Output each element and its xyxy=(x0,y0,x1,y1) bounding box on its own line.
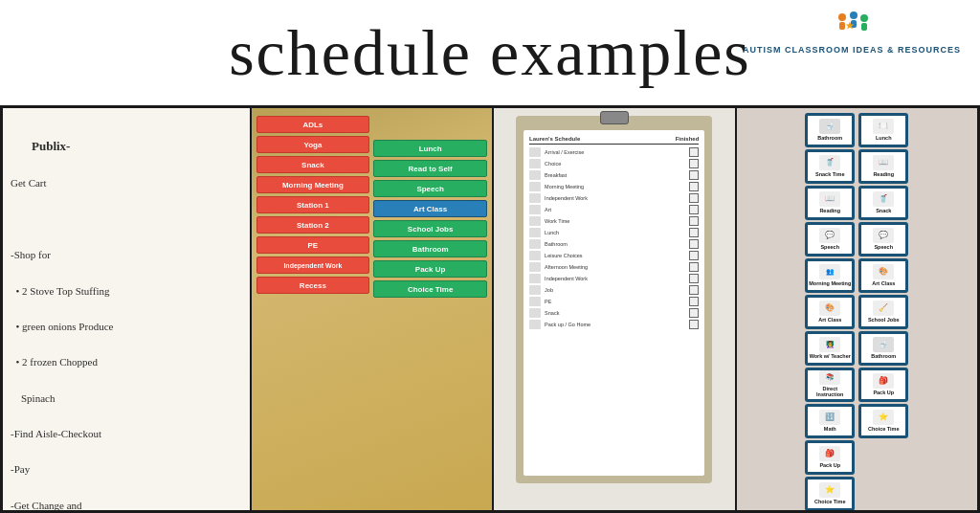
clipboard-clip xyxy=(600,111,629,124)
card-snack: Snack xyxy=(256,156,370,173)
strip1-label-bathroom: Bathroom xyxy=(816,134,843,143)
schedule-row-13: Job xyxy=(529,285,699,295)
svg-point-4 xyxy=(860,14,868,22)
strip2-bathroom: 🚽 Bathroom xyxy=(858,331,908,366)
clipboard-paper: Lauren's Schedule Finished Arrival / Exe… xyxy=(523,130,704,476)
schedule-row-16: Pack up / Go Home xyxy=(529,320,699,329)
schedule-row-1: Arrival / Exercise xyxy=(529,147,699,157)
card-morning: Morning Meeting xyxy=(256,176,370,193)
row-check-10 xyxy=(689,251,699,260)
handwritten-list: Publix- Get Cart -Shop for • 2 Stove Top… xyxy=(11,118,242,510)
row-text-1: Arrival / Exercise xyxy=(545,149,685,155)
row-icon-9 xyxy=(529,239,541,249)
card-packup: Pack Up xyxy=(373,260,487,278)
logo-text: AUTISM CLASSROOM IDEAS & RESOURCES xyxy=(743,45,961,56)
row-check-16 xyxy=(689,320,699,329)
strip2-label-artclass: Art Class xyxy=(871,279,896,288)
row-text-8: Lunch xyxy=(545,230,685,235)
schedule-row-2: Choice xyxy=(529,159,699,168)
strip1-label-reading: Reading xyxy=(818,207,841,215)
row-check-12 xyxy=(689,274,699,283)
row-icon-8 xyxy=(529,228,541,237)
row-check-1 xyxy=(689,147,699,157)
card-yoga: Yoga xyxy=(256,136,370,153)
card-recess: Recess xyxy=(256,277,370,294)
card-bathroom: Bathroom xyxy=(373,240,487,257)
row-icon-11 xyxy=(529,262,541,272)
row-check-11 xyxy=(689,262,699,272)
row-check-3 xyxy=(689,170,699,180)
card-read: Read to Self xyxy=(373,160,487,177)
strip1-label-speech: Speech xyxy=(819,243,840,252)
panel1-handwritten: Publix- Get Cart -Shop for • 2 Stove Top… xyxy=(3,108,252,510)
row-icon-16 xyxy=(529,320,541,329)
strip2-label-schooljobs: School Jobs xyxy=(867,316,901,324)
strip-2: 🍽️ Lunch 📖 Reading 🥤 Snack xyxy=(858,113,908,438)
card-indep: Independent Work xyxy=(256,256,370,274)
svg-point-0 xyxy=(838,13,846,21)
strip1-directinstr: 📚 Direct Instruction xyxy=(805,368,855,402)
strip2-choicetime: ⭐ Choice Time xyxy=(858,404,908,438)
strip2-snack: 🥤 Snack xyxy=(858,186,908,220)
row-icon-2 xyxy=(529,159,541,168)
row-check-4 xyxy=(689,182,699,191)
strip2-artclass: 🎨 Art Class xyxy=(858,258,908,293)
row-check-8 xyxy=(689,228,699,237)
strip1-workteacher: 👩‍🏫 Work w/ Teacher xyxy=(805,331,855,366)
strip2-lunch: 🍽️ Lunch xyxy=(858,113,908,147)
strip1-reading: 📖 Reading xyxy=(805,186,855,220)
strip1-label-artclass: Art Class xyxy=(817,316,842,324)
strip1-label-morning: Morning Meeting xyxy=(808,279,852,288)
schedule-header-row: Lauren's Schedule Finished xyxy=(529,136,699,145)
images-row: Publix- Get Cart -Shop for • 2 Stove Top… xyxy=(0,105,980,513)
clipboard: Lauren's Schedule Finished Arrival / Exe… xyxy=(516,116,712,483)
header: schedule examples AUTISM CLASSROOM IDEAS… xyxy=(0,0,980,105)
row-text-9: Bathroom xyxy=(545,241,685,247)
strip1-snacktime: 🥤 Snack Time xyxy=(805,149,855,184)
card-schooljobs: School Jobs xyxy=(373,220,487,237)
strip2-label-speech: Speech xyxy=(873,243,894,252)
card-pe: PE xyxy=(256,236,370,254)
schedule-row-6: Art xyxy=(529,205,699,214)
strip2-packup: 🎒 Pack Up xyxy=(858,368,908,402)
strip2-reading: 📖 Reading xyxy=(858,149,908,184)
row-text-12: Independent Work xyxy=(545,276,685,281)
strip-1: 🚽 Bathroom 🥤 Snack Time 📖 Reading xyxy=(805,113,855,510)
schedule-row-11: Afternoon Meeting xyxy=(529,262,699,272)
panel2-binder: ADLs Yoga Snack Morning Meeting Station … xyxy=(252,108,495,510)
schedule-row-15: Snack xyxy=(529,308,699,318)
row-icon-10 xyxy=(529,251,541,260)
strip2-label-packup: Pack Up xyxy=(872,389,895,397)
card-station2: Station 2 xyxy=(256,216,370,234)
schedule-row-14: PE xyxy=(529,297,699,306)
card-choicetime: Choice Time xyxy=(373,280,487,298)
row-icon-15 xyxy=(529,308,541,318)
row-text-15: Snack xyxy=(545,310,685,316)
schedule-row-12: Independent Work xyxy=(529,274,699,283)
row-check-6 xyxy=(689,205,699,214)
strip2-label-lunch: Lunch xyxy=(875,134,893,143)
svg-rect-5 xyxy=(861,23,867,31)
strip2-label-choicetime: Choice Time xyxy=(867,425,901,434)
strip1-choicetime: ⭐ Choice Time xyxy=(805,477,855,510)
strip2-label-snack: Snack xyxy=(875,207,892,215)
finished-label: Finished xyxy=(676,136,700,142)
strip1-math: 🔢 Math xyxy=(805,404,855,438)
schedule-row-9: Bathroom xyxy=(529,239,699,249)
main-container: schedule examples AUTISM CLASSROOM IDEAS… xyxy=(0,0,980,513)
row-icon-6 xyxy=(529,205,541,214)
panel4-wall-strips: 🚽 Bathroom 🥤 Snack Time 📖 Reading xyxy=(737,108,978,510)
schedule-row-7: Work Time xyxy=(529,216,699,226)
strip1-speech: 💬 Speech xyxy=(805,222,855,256)
right-cards: Lunch Read to Self Speech Art Class Scho… xyxy=(373,116,487,502)
schedule-row-5: Independent Work xyxy=(529,193,699,203)
row-text-16: Pack up / Go Home xyxy=(545,322,685,327)
page-title: schedule examples xyxy=(229,20,751,85)
card-speech: Speech xyxy=(373,180,487,197)
row-check-9 xyxy=(689,239,699,249)
row-icon-4 xyxy=(529,182,541,191)
row-check-13 xyxy=(689,285,699,295)
card-station1: Station 1 xyxy=(256,196,370,213)
strip1-bathroom: 🚽 Bathroom xyxy=(805,113,855,147)
schedule-row-3: Breakfast xyxy=(529,170,699,180)
